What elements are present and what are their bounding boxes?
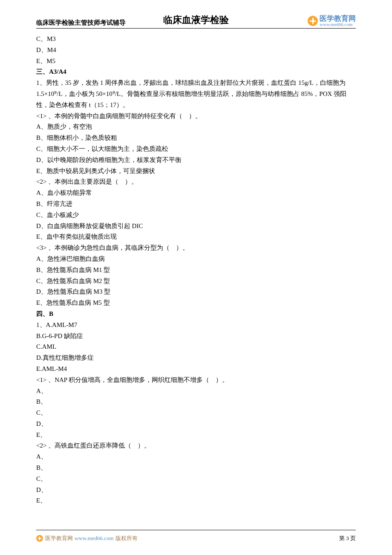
sub-question: <1> 、NAP 积分值增高，全血细胞增多，网织红细胞不增多（ ）。 xyxy=(36,375,356,386)
logo-url: www.med66.com xyxy=(320,22,356,27)
option-text: A、急性淋巴细胞白血病 xyxy=(36,254,356,265)
option-text: B、细胞体积小，染色质较粗 xyxy=(36,133,356,144)
question-stem: 1、男性，35 岁，发热 1 周伴鼻出血，牙龈出血，球结膜出血及注射部位大片瘀斑… xyxy=(36,78,356,110)
option-text: D、以中晚期阶段的幼稚细胞为主，核浆发育不平衡 xyxy=(36,155,356,166)
option-text: C.AML xyxy=(36,341,356,353)
section-title: 四、B xyxy=(36,309,356,320)
footer-divider xyxy=(36,530,356,530)
option-text: D、M4 xyxy=(36,45,356,56)
page-header: 临床医学检验主管技师考试辅导 临床血液学检验 医学教育网 www.med66.c… xyxy=(36,15,356,29)
option-text: B、纤溶亢进 xyxy=(36,199,356,210)
option-text: A、胞质少，有空泡 xyxy=(36,121,356,133)
page-number: 第 3 页 xyxy=(339,535,356,542)
cross-logo-icon xyxy=(36,535,43,542)
cross-logo-icon xyxy=(308,16,318,26)
option-text: E、胞质中较易见到奥式小体，可呈柴捆状 xyxy=(36,166,356,177)
header-title: 临床血液学检验 xyxy=(163,14,229,26)
option-text: B、 xyxy=(36,462,356,474)
option-text: D、白血病细胞释放促凝物质引起 DIC xyxy=(36,221,356,232)
option-text: D、 xyxy=(36,485,356,496)
option-text: C、细胞大小不一，以大细胞为主，染色质疏松 xyxy=(36,144,356,155)
option-text: E、 xyxy=(36,430,356,441)
option-text: C、 xyxy=(36,474,356,485)
option-text: B.G-6-PD 缺陷症 xyxy=(36,331,356,342)
header-left-text: 临床医学检验主管技师考试辅导 xyxy=(36,19,126,27)
sub-question: <2> 、本例出血主要原因是（ ）。 xyxy=(36,176,356,188)
footer-url: www.med66.com xyxy=(75,535,114,542)
option-text: 1、A.AML-M7 xyxy=(36,320,356,331)
option-text: B、 xyxy=(36,396,356,408)
option-text: D、急性髓系白血病 M3 型 xyxy=(36,286,356,298)
section-title: 三、A3/A4 xyxy=(36,66,356,78)
option-text: C、急性髓系白血病 M2 型 xyxy=(36,276,356,287)
option-text: E、急性髓系白血病 M5 型 xyxy=(36,298,356,309)
option-text: C、血小板减少 xyxy=(36,210,356,221)
footer-brand-name: 医学教育网 xyxy=(45,535,73,542)
sub-question: <1> 、本例的骨髓中白血病细胞可能的特征变化有（ ）。 xyxy=(36,111,356,122)
option-text: C、 xyxy=(36,408,356,419)
page-footer: 医学教育网 www.med66.com 版权所有 第 3 页 xyxy=(36,530,356,542)
option-text: E、M5 xyxy=(36,56,356,67)
option-text: A、 xyxy=(36,386,356,397)
logo-brand-name: 医学教育网 xyxy=(320,15,356,22)
sub-question: <3> 、本例确诊为急性白血病，其临床分型为（ ）。 xyxy=(36,243,356,254)
option-text: E、 xyxy=(36,495,356,506)
logo-text-group: 医学教育网 www.med66.com xyxy=(320,15,356,27)
footer-copyright: 版权所有 xyxy=(115,535,138,542)
option-text: E、血中有类似抗凝物质出现 xyxy=(36,231,356,243)
option-text: D.真性红细胞增多症 xyxy=(36,353,356,364)
option-text: E.AML-M4 xyxy=(36,364,356,375)
option-text: A、血小板功能异常 xyxy=(36,188,356,199)
document-body: C、M3 D、M4 E、M5 三、A3/A4 1、男性，35 岁，发热 1 周伴… xyxy=(36,34,356,506)
option-text: D、 xyxy=(36,419,356,430)
sub-question: <2> 、高铁血红蛋白还原率降低（ ）。 xyxy=(36,440,356,451)
option-text: A、 xyxy=(36,451,356,462)
header-logo: 医学教育网 www.med66.com xyxy=(308,15,356,27)
footer-branding: 医学教育网 www.med66.com 版权所有 xyxy=(36,535,138,542)
option-text: B、急性髓系白血病 M1 型 xyxy=(36,265,356,276)
option-text: C、M3 xyxy=(36,34,356,45)
footer-content: 医学教育网 www.med66.com 版权所有 第 3 页 xyxy=(36,535,356,542)
